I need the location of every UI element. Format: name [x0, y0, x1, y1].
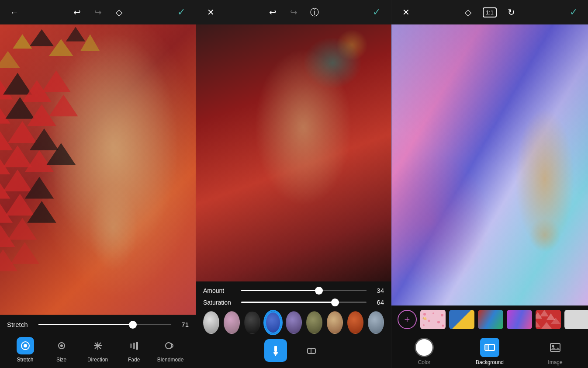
add-background-button[interactable]: +	[398, 310, 417, 329]
image-area-3	[391, 24, 588, 306]
swatch-purple[interactable]	[286, 311, 302, 334]
swatch-mauve[interactable]	[224, 311, 240, 334]
eraser-button-2[interactable]	[300, 339, 323, 362]
tri-11	[0, 102, 10, 124]
size-tool-label: Size	[56, 357, 66, 363]
redo-button-2[interactable]: ↪	[287, 6, 300, 19]
stretch-thumb[interactable]	[129, 321, 137, 329]
tab-background[interactable]: Background	[472, 338, 507, 365]
bg-swatch-triangle-red[interactable]	[536, 310, 561, 329]
swatch-orange[interactable]	[347, 311, 363, 334]
tri-5	[66, 27, 85, 42]
bottom-controls-3: + 🍋	[391, 306, 588, 368]
ratio-button[interactable]: 1:1	[483, 7, 497, 17]
back-button[interactable]: ←	[8, 6, 21, 19]
fade-icon	[125, 337, 143, 354]
direction-svg	[92, 340, 104, 351]
confirm-button-1[interactable]: ✓	[175, 6, 188, 19]
top-bar-right-3: ✓	[567, 6, 580, 19]
svg-rect-8	[130, 344, 132, 348]
top-bar-3: ✕ ◇ 1:1 ↻ ✓	[391, 0, 588, 24]
tool-blendmode[interactable]: Blendmode	[157, 337, 184, 363]
redo-button-1[interactable]: ↪	[91, 6, 104, 19]
close-button-2[interactable]: ✕	[204, 6, 217, 19]
tab-image[interactable]: Image	[538, 338, 573, 365]
svg-point-3	[60, 344, 63, 347]
svg-point-22	[423, 324, 425, 326]
photo-1	[0, 24, 196, 315]
close-button-3[interactable]: ✕	[399, 6, 412, 19]
eraser-button-3[interactable]: ◇	[462, 6, 475, 19]
svg-rect-34	[485, 344, 489, 351]
undo-button-2[interactable]: ↩	[266, 6, 279, 19]
svg-text:🍋: 🍋	[422, 316, 427, 320]
svg-point-18	[432, 312, 434, 314]
panel-1: ← ↩ ↪ ◇ ✓	[0, 0, 196, 368]
tri-3	[49, 39, 73, 56]
top-bar-right-1: ✓	[175, 6, 188, 19]
bg-swatch-pink-blue[interactable]	[507, 310, 532, 329]
blendmode-svg	[165, 340, 176, 351]
top-bar-right-2: ✓	[370, 6, 383, 19]
background-tab-icon	[480, 338, 499, 357]
swatch-tan[interactable]	[327, 311, 343, 334]
eraser-button-1[interactable]: ◇	[112, 6, 125, 19]
svg-rect-10	[136, 342, 138, 350]
confirm-button-2[interactable]: ✓	[370, 6, 383, 19]
tool-direction[interactable]: Direction	[85, 337, 111, 363]
stretch-row: Stretch 71	[7, 321, 189, 328]
tri-8	[3, 73, 32, 95]
swatch-black[interactable]	[244, 311, 260, 334]
stretch-label: Stretch	[7, 321, 33, 328]
panel-3: ✕ ◇ 1:1 ↻ ✓ +	[391, 0, 588, 368]
saturation-label: Saturation	[203, 299, 236, 306]
blendmode-icon	[162, 337, 179, 354]
image-area-2	[196, 24, 391, 281]
image-tab-label: Image	[548, 359, 562, 365]
info-button-2[interactable]: ⓘ	[308, 6, 321, 19]
tool-fade[interactable]: Fade	[121, 337, 147, 363]
svg-point-20	[428, 320, 430, 322]
saturation-fill	[241, 302, 335, 303]
svg-point-17	[423, 313, 426, 316]
saturation-slider[interactable]	[241, 302, 367, 303]
amount-thumb[interactable]	[315, 287, 323, 295]
direction-icon	[89, 337, 107, 354]
swatch-gray-blue[interactable]	[368, 311, 384, 334]
tri-10	[42, 70, 71, 92]
triangle-red-svg	[536, 310, 561, 329]
stretch-fill	[38, 324, 133, 325]
undo-button-1[interactable]: ↩	[70, 6, 83, 19]
tool-size[interactable]: Size	[48, 337, 75, 363]
refresh-button-3[interactable]: ↻	[505, 6, 518, 19]
swatch-blue[interactable]	[265, 311, 281, 334]
triangle-overlay	[0, 24, 107, 315]
color-tab-icon	[415, 338, 434, 357]
pink-dots-svg: 🍋	[420, 310, 446, 329]
bg-swatch-blue-yellow[interactable]	[449, 310, 474, 329]
tools-row-1: Stretch Size	[7, 334, 189, 364]
confirm-button-3[interactable]: ✓	[567, 6, 580, 19]
stretch-icon	[17, 337, 34, 354]
stretch-slider[interactable]	[38, 324, 171, 325]
top-bar-left-3: ✕	[399, 6, 412, 19]
background-icon-svg	[484, 342, 495, 353]
bg-swatch-pink-dots[interactable]: 🍋	[420, 310, 446, 329]
svg-rect-12	[274, 346, 277, 352]
swatch-silver[interactable]	[203, 311, 219, 334]
svg-point-23	[442, 325, 444, 327]
bg-swatch-multicolor[interactable]	[478, 310, 503, 329]
bg-swatch-light-gray[interactable]	[564, 310, 588, 329]
amount-fill	[241, 290, 319, 291]
stretch-value: 71	[176, 321, 189, 328]
swatch-olive[interactable]	[306, 311, 322, 334]
saturation-thumb[interactable]	[331, 299, 339, 306]
tri-4	[0, 51, 20, 68]
top-bar-left-2: ✕	[204, 6, 217, 19]
top-bar-center-3: ◇ 1:1 ↻	[462, 6, 518, 19]
top-bar-center-1: ↩ ↪ ◇	[70, 6, 125, 19]
tab-color[interactable]: Color	[407, 338, 442, 365]
tool-stretch[interactable]: Stretch	[12, 337, 38, 363]
amount-slider[interactable]	[241, 290, 367, 291]
brush-button[interactable]	[264, 339, 287, 362]
